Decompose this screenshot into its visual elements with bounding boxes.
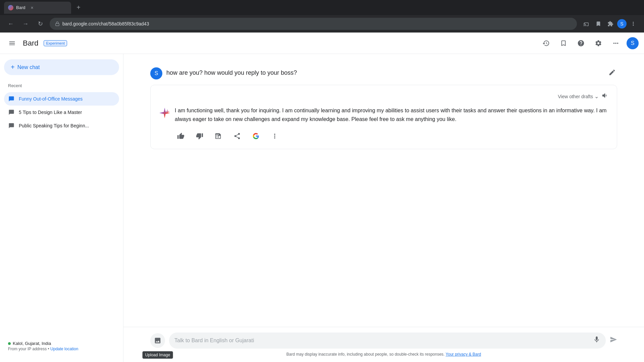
- address-bar[interactable]: bard.google.com/chat/58a0b85f83c9ad43: [50, 18, 577, 30]
- app-header: Bard Experiment S: [0, 33, 644, 54]
- bard-message-body: I am functioning well, thank you for inq…: [159, 106, 609, 123]
- chat-icon-speaking: [8, 122, 15, 129]
- bard-logo-icon: [159, 107, 171, 119]
- more-options-button[interactable]: [269, 130, 281, 142]
- back-button[interactable]: ←: [5, 18, 16, 29]
- view-drafts-label: View other drafts: [558, 94, 593, 99]
- chat-area: S how are you? how would you reply to yo…: [123, 54, 644, 362]
- chevron-down-icon: ⌄: [594, 93, 599, 100]
- tab-title: Bard: [16, 5, 25, 10]
- browser-tab[interactable]: Bard ×: [4, 2, 71, 14]
- help-button[interactable]: [574, 37, 588, 50]
- edit-message-button[interactable]: [607, 67, 617, 79]
- forward-button[interactable]: →: [20, 18, 31, 29]
- new-chat-label: New chat: [17, 64, 40, 70]
- app: Bard Experiment S + New chat Recent: [0, 33, 644, 362]
- location-name: Kalol, Gujarat, India: [13, 341, 51, 346]
- input-row: Upload Image: [150, 333, 617, 349]
- experiment-badge: Experiment: [44, 40, 67, 46]
- sidebar-item-label-tips: 5 Tips to Design Like a Master: [19, 110, 82, 115]
- bard-response-block: View other drafts ⌄: [150, 85, 617, 149]
- main-content: + New chat Recent Funny Out-of-Office Me…: [0, 54, 644, 362]
- disclaimer-text: Bard may display inaccurate info, includ…: [286, 352, 445, 357]
- privacy-link[interactable]: Your privacy & Bard: [446, 352, 481, 357]
- browser-profile[interactable]: S: [617, 19, 627, 28]
- app-logo: Bard: [23, 39, 38, 48]
- sidebar-item-speaking[interactable]: Public Speaking Tips for Beginn...: [4, 119, 119, 132]
- sidebar: + New chat Recent Funny Out-of-Office Me…: [0, 54, 123, 362]
- sidebar-item-funny[interactable]: Funny Out-of-Office Messages: [4, 92, 119, 106]
- bookmark-header-button[interactable]: [557, 37, 570, 50]
- extensions-button[interactable]: [605, 18, 616, 29]
- browser-menu-button[interactable]: [628, 18, 639, 29]
- google-search-button[interactable]: [250, 130, 262, 142]
- chat-icon-funny: [8, 96, 15, 102]
- update-location-link[interactable]: Update location: [50, 347, 78, 351]
- chat-messages: S how are you? how would you reply to yo…: [123, 54, 644, 327]
- settings-button[interactable]: [592, 37, 605, 50]
- chat-input-wrapper: [169, 333, 606, 349]
- recent-label: Recent: [4, 80, 119, 91]
- lock-icon: [55, 21, 60, 26]
- bookmark-button[interactable]: [593, 18, 604, 29]
- sidebar-item-tips[interactable]: 5 Tips to Design Like a Master: [4, 106, 119, 119]
- input-area: Upload Image Bard may display inaccurate…: [123, 327, 644, 362]
- address-bar-row: ← → ↻ bard.google.com/chat/58a0b85f83c9a…: [0, 15, 644, 33]
- plus-icon: +: [11, 63, 15, 71]
- microphone-button[interactable]: [593, 336, 600, 345]
- sidebar-item-label-speaking: Public Speaking Tips for Beginn...: [19, 123, 89, 128]
- svg-rect-0: [56, 23, 59, 25]
- user-message-block: S how are you? how would you reply to yo…: [150, 62, 617, 85]
- settings-action-button[interactable]: [212, 130, 224, 142]
- chat-icon-tips: [8, 109, 15, 116]
- browser-chrome: Bard × +: [0, 0, 644, 15]
- thumbs-up-button[interactable]: [175, 130, 187, 142]
- location-separator: •: [48, 347, 51, 351]
- user-profile-button[interactable]: S: [627, 37, 639, 49]
- address-bar-url: bard.google.com/chat/58a0b85f83c9ad43: [62, 21, 572, 26]
- location-area: Kalol, Gujarat, India From your IP addre…: [4, 336, 119, 357]
- user-avatar: S: [150, 67, 162, 79]
- tab-close-button[interactable]: ×: [31, 5, 33, 10]
- cast-button[interactable]: [581, 18, 592, 29]
- sidebar-item-label-funny: Funny Out-of-Office Messages: [19, 96, 83, 102]
- tab-favicon: [8, 5, 13, 10]
- apps-button[interactable]: [609, 37, 623, 50]
- thumbs-down-button[interactable]: [194, 130, 206, 142]
- hamburger-menu-button[interactable]: [5, 37, 19, 50]
- browser-actions: S: [581, 18, 639, 29]
- response-header: View other drafts ⌄: [159, 92, 609, 106]
- view-other-drafts-button[interactable]: View other drafts ⌄: [558, 93, 599, 100]
- location-sub: From your IP address: [8, 347, 47, 351]
- share-button[interactable]: [231, 130, 243, 142]
- upload-image-button[interactable]: [150, 333, 165, 348]
- response-text: I am functioning well, thank you for inq…: [175, 106, 609, 123]
- send-button[interactable]: [610, 336, 617, 345]
- response-actions: [175, 123, 609, 142]
- refresh-button[interactable]: ↻: [35, 18, 46, 29]
- user-message-text: how are you? how would you reply to your…: [166, 67, 603, 76]
- history-button[interactable]: [539, 37, 553, 50]
- new-tab-button[interactable]: +: [74, 3, 83, 12]
- disclaimer: Bard may display inaccurate info, includ…: [150, 352, 617, 357]
- location-dot: [8, 342, 11, 345]
- new-chat-button[interactable]: + New chat: [4, 59, 119, 75]
- chat-input[interactable]: [174, 338, 590, 344]
- speaker-button[interactable]: [601, 92, 609, 101]
